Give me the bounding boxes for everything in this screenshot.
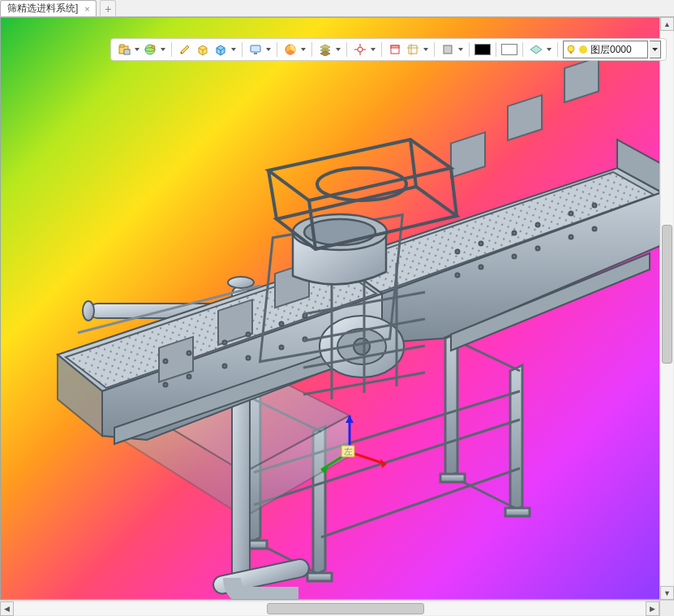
svg-marker-49 xyxy=(445,333,457,479)
svg-rect-38 xyxy=(444,45,452,54)
svg-rect-61 xyxy=(440,474,465,482)
svg-rect-60 xyxy=(307,573,332,581)
sphere-analysis-icon[interactable] xyxy=(142,41,158,58)
scroll-down-button[interactable]: ▼ xyxy=(660,586,674,600)
svg-point-90 xyxy=(187,375,191,379)
toolbar-separator xyxy=(522,42,523,57)
vscroll-track[interactable] xyxy=(661,31,673,586)
svg-point-92 xyxy=(247,333,251,337)
svg-point-100 xyxy=(479,242,483,246)
layer-selector[interactable]: 图层0000 xyxy=(563,41,648,58)
toolbar-separator xyxy=(311,42,312,57)
layer-name: 图层0000 xyxy=(590,43,632,57)
toolbar-separator xyxy=(277,42,277,57)
color-swatch-black[interactable] xyxy=(474,44,491,55)
dropdown-arrow-icon[interactable] xyxy=(370,41,376,58)
dropdown-arrow-icon[interactable] xyxy=(335,41,341,58)
tab-active[interactable]: 筛精选进料系统] × xyxy=(0,0,97,16)
pie-icon[interactable] xyxy=(282,41,298,58)
svg-line-132 xyxy=(350,452,386,464)
svg-marker-41 xyxy=(530,45,542,54)
svg-marker-40 xyxy=(458,48,463,51)
hscroll-thumb[interactable] xyxy=(267,603,425,614)
scroll-left-button[interactable]: ◀ xyxy=(0,601,14,616)
svg-rect-33 xyxy=(391,45,399,48)
transparency-icon[interactable] xyxy=(528,41,544,58)
svg-point-108 xyxy=(593,204,597,208)
svg-point-87 xyxy=(164,360,168,364)
svg-marker-9 xyxy=(161,48,165,51)
material-icon[interactable] xyxy=(440,41,456,58)
svg-rect-85 xyxy=(508,95,542,140)
svg-marker-25 xyxy=(336,48,341,51)
svg-point-91 xyxy=(223,341,227,345)
tab-add-button[interactable]: + xyxy=(100,0,116,16)
svg-point-106 xyxy=(536,247,540,251)
svg-point-99 xyxy=(456,250,460,254)
svg-marker-50 xyxy=(510,365,522,513)
color-swatch-white[interactable] xyxy=(501,44,517,55)
svg-point-113 xyxy=(354,338,370,355)
target-icon[interactable] xyxy=(352,41,368,58)
svg-point-110 xyxy=(593,227,597,231)
open-drawing-icon[interactable] xyxy=(116,41,132,58)
toolbar: 图层0000 xyxy=(110,38,667,61)
svg-point-105 xyxy=(513,255,517,259)
svg-marker-31 xyxy=(371,48,376,51)
toolbar-separator xyxy=(434,42,435,57)
svg-point-102 xyxy=(479,265,483,269)
layer-dropdown-arrow-icon[interactable] xyxy=(650,41,661,58)
dropdown-arrow-icon[interactable] xyxy=(546,41,552,58)
svg-marker-21 xyxy=(301,48,306,51)
svg-rect-84 xyxy=(451,132,485,178)
toolbar-separator xyxy=(171,42,172,57)
svg-point-8 xyxy=(152,45,155,49)
svg-rect-44 xyxy=(570,51,573,54)
scroll-right-button[interactable]: ▶ xyxy=(646,601,659,616)
svg-point-94 xyxy=(247,356,251,360)
dropdown-arrow-icon[interactable] xyxy=(230,41,237,58)
plus-icon: + xyxy=(105,2,111,15)
layer-stack-icon[interactable] xyxy=(317,41,333,58)
toolbar-separator xyxy=(381,42,382,57)
scroll-up-button[interactable]: ▲ xyxy=(660,17,674,31)
dropdown-arrow-icon[interactable] xyxy=(300,41,307,58)
dropdown-arrow-icon[interactable] xyxy=(265,41,272,58)
svg-marker-24 xyxy=(320,51,330,56)
vertical-scrollbar[interactable]: ▲ ▼ xyxy=(659,17,674,600)
crop-icon[interactable] xyxy=(405,41,421,58)
svg-point-101 xyxy=(456,274,460,278)
svg-point-26 xyxy=(358,47,363,52)
pencil-icon[interactable] xyxy=(177,41,193,58)
dropdown-arrow-icon[interactable] xyxy=(134,41,140,58)
viewport-3d[interactable]: 图层0000 xyxy=(0,17,674,600)
close-icon[interactable]: × xyxy=(83,5,91,13)
svg-line-127 xyxy=(410,140,416,187)
scrollbar-corner xyxy=(659,600,674,616)
toolbar-separator xyxy=(469,42,470,57)
svg-line-54 xyxy=(321,468,520,537)
box-yellow-icon[interactable] xyxy=(195,41,211,58)
box-blue-icon[interactable] xyxy=(213,41,229,58)
vscroll-thumb[interactable] xyxy=(662,225,672,364)
tab-strip: 筛精选进料系统] × + xyxy=(0,0,674,17)
dropdown-arrow-icon[interactable] xyxy=(160,41,166,58)
hscroll-track[interactable] xyxy=(14,602,646,615)
dropdown-arrow-icon[interactable] xyxy=(457,41,464,58)
monitor-icon[interactable] xyxy=(247,41,264,58)
toolbar-separator xyxy=(496,42,496,57)
svg-point-109 xyxy=(569,235,573,239)
svg-rect-17 xyxy=(251,45,260,52)
svg-point-107 xyxy=(569,212,573,216)
svg-rect-86 xyxy=(565,58,599,103)
dropdown-arrow-icon[interactable] xyxy=(423,41,429,58)
svg-point-70 xyxy=(83,301,94,321)
toolbar-separator xyxy=(557,42,558,57)
svg-point-130 xyxy=(317,168,406,200)
svg-marker-37 xyxy=(423,48,428,51)
svg-rect-62 xyxy=(505,508,530,516)
svg-point-95 xyxy=(280,322,284,326)
cad-model: 左 xyxy=(1,18,673,599)
horizontal-scrollbar[interactable]: ◀ ▶ xyxy=(0,600,659,616)
select-window-icon[interactable] xyxy=(387,41,403,58)
